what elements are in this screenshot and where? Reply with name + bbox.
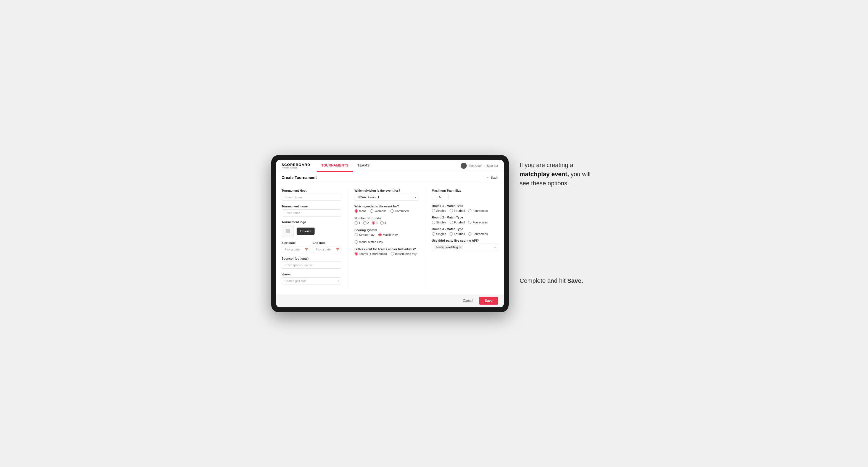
r3-foursomes[interactable]: Foursomes — [468, 232, 488, 236]
r1-foursomes-label: Foursomes — [472, 209, 488, 212]
r2-singles-radio[interactable] — [432, 221, 435, 224]
r3-fourball[interactable]: Fourball — [450, 232, 465, 236]
page-title: Create Tournament — [282, 175, 317, 180]
round1-label: Round 1 - Match Type — [432, 204, 498, 208]
r2-singles-label: Singles — [436, 221, 446, 224]
rounds-4-radio[interactable] — [380, 221, 383, 224]
start-date-wrap: 📅 — [282, 246, 310, 253]
r2-fourball-label: Fourball — [454, 221, 465, 224]
gender-womens[interactable]: Womens — [370, 209, 386, 213]
rounds-2[interactable]: 2 — [363, 221, 369, 224]
r1-singles-radio[interactable] — [432, 209, 435, 212]
r1-fourball[interactable]: Fourball — [450, 209, 465, 212]
nav-link-tournaments[interactable]: TOURNAMENTS — [317, 160, 353, 172]
upload-button[interactable]: Upload — [297, 227, 315, 235]
r3-singles-radio[interactable] — [432, 232, 435, 236]
scoring-match[interactable]: Match Play — [378, 233, 398, 237]
ti-individuals[interactable]: Individuals Only — [391, 252, 417, 255]
nav-link-teams[interactable]: TEAMS — [353, 160, 374, 172]
rounds-1[interactable]: 1 — [354, 221, 361, 224]
logo-upload-area: Upload — [282, 225, 341, 237]
division-group: Which division is the event for? NCAA Di… — [354, 189, 418, 201]
api-tag-label: Leaderboard King — [436, 246, 458, 249]
nav-separator: | — [484, 164, 485, 167]
api-select-box[interactable]: Leaderboard King ✕ ▾ — [432, 244, 498, 251]
rounds-3[interactable]: 3 — [372, 221, 377, 224]
r1-fourball-label: Fourball — [454, 209, 465, 212]
r3-singles[interactable]: Singles — [432, 232, 446, 236]
r2-foursomes-radio[interactable] — [468, 221, 471, 224]
ti-teams[interactable]: Teams (+Individuals) — [354, 252, 387, 255]
gender-womens-radio[interactable] — [370, 209, 373, 213]
round2-options: Singles Fourball Foursomes — [432, 221, 498, 224]
round2-match-type: Round 2 - Match Type Singles Fourball — [432, 216, 498, 224]
r1-fourball-radio[interactable] — [450, 209, 453, 212]
r2-fourball-radio[interactable] — [450, 221, 453, 224]
tournament-logo-label: Tournament logo — [282, 220, 341, 224]
sponsor-input[interactable] — [282, 261, 341, 269]
user-info: Test User — [469, 164, 482, 167]
r2-foursomes[interactable]: Foursomes — [468, 221, 488, 224]
gender-combined-radio[interactable] — [391, 209, 394, 213]
rounds-1-radio[interactable] — [354, 221, 358, 224]
annotation-top-text-1: If you are creating a — [520, 161, 573, 168]
back-link[interactable]: ← Back — [486, 176, 498, 180]
sign-out-link[interactable]: Sign out — [487, 164, 498, 167]
gender-combined[interactable]: Combined — [391, 209, 409, 213]
r1-singles[interactable]: Singles — [432, 209, 446, 212]
ti-teams-radio[interactable] — [354, 252, 358, 255]
tournament-host-label: Tournament Host — [282, 189, 341, 192]
start-date-group: Start date 📅 — [282, 241, 310, 253]
rounds-radio-group: 1 2 3 — [354, 221, 418, 224]
api-tag-remove[interactable]: ✕ — [459, 246, 461, 249]
rounds-3-radio[interactable] — [372, 221, 375, 224]
scoring-label: Scoring system — [354, 228, 418, 232]
page-header: Create Tournament ← Back — [276, 172, 504, 183]
gender-label: Which gender is the event for? — [354, 205, 418, 208]
r3-fourball-label: Fourball — [454, 232, 465, 236]
venue-label: Venue — [282, 273, 341, 276]
r1-foursomes[interactable]: Foursomes — [468, 209, 488, 212]
sponsor-group: Sponsor (optional) — [282, 257, 341, 269]
ti-individuals-radio[interactable] — [391, 252, 394, 255]
save-button[interactable]: Save — [479, 297, 498, 305]
rounds-label: Number of rounds — [354, 217, 418, 220]
division-label: Which division is the event for? — [354, 189, 418, 192]
r3-fourball-radio[interactable] — [450, 232, 453, 236]
tournament-name-input[interactable] — [282, 209, 341, 217]
start-date-label: Start date — [282, 241, 310, 244]
scoring-medal-radio[interactable] — [354, 240, 358, 244]
scoring-medal-label: Medal Match Play — [359, 240, 383, 244]
scoring-medal[interactable]: Medal Match Play — [354, 240, 383, 244]
tournament-name-label: Tournament name — [282, 205, 341, 208]
api-label: Use third-party live scoring API? — [432, 239, 498, 242]
scoring-stroke-radio[interactable] — [354, 233, 358, 237]
r2-fourball[interactable]: Fourball — [450, 221, 465, 224]
scoring-match-radio[interactable] — [378, 233, 382, 237]
division-select[interactable]: NCAA Division I — [354, 194, 418, 201]
annotation-bottom-text-1: Complete and hit — [520, 277, 567, 284]
tablet-screen: SCOREBOARD Powered by clippit TOURNAMENT… — [276, 160, 504, 307]
rounds-2-radio[interactable] — [363, 221, 367, 224]
annotation-top-text: If you are creating a matchplay event, y… — [520, 160, 597, 188]
team-individual-group: Is this event for Teams and/or Individua… — [354, 247, 418, 255]
rounds-4[interactable]: 4 — [380, 221, 386, 224]
gender-radio-group: Mens Womens Combined — [354, 209, 418, 213]
tournament-name-group: Tournament name — [282, 205, 341, 217]
gender-mens-radio[interactable] — [354, 209, 358, 213]
r1-foursomes-radio[interactable] — [468, 209, 471, 212]
venue-input[interactable] — [282, 277, 341, 284]
image-icon — [285, 228, 290, 234]
gender-mens[interactable]: Mens — [354, 209, 367, 213]
scoring-stroke[interactable]: Stroke Play — [354, 233, 374, 237]
max-team-size-input[interactable] — [432, 194, 448, 200]
logo-area: SCOREBOARD Powered by clippit — [282, 163, 310, 169]
r3-foursomes-label: Foursomes — [472, 232, 488, 236]
cancel-button[interactable]: Cancel — [460, 297, 476, 305]
tournament-host-input[interactable] — [282, 194, 341, 201]
form-area: Tournament Host Tournament name Tourname… — [276, 183, 504, 294]
end-date-group: End date 📅 — [313, 241, 341, 253]
annotation-panel: If you are creating a matchplay event, y… — [520, 155, 597, 285]
r2-singles[interactable]: Singles — [432, 221, 446, 224]
r3-foursomes-radio[interactable] — [468, 232, 471, 236]
